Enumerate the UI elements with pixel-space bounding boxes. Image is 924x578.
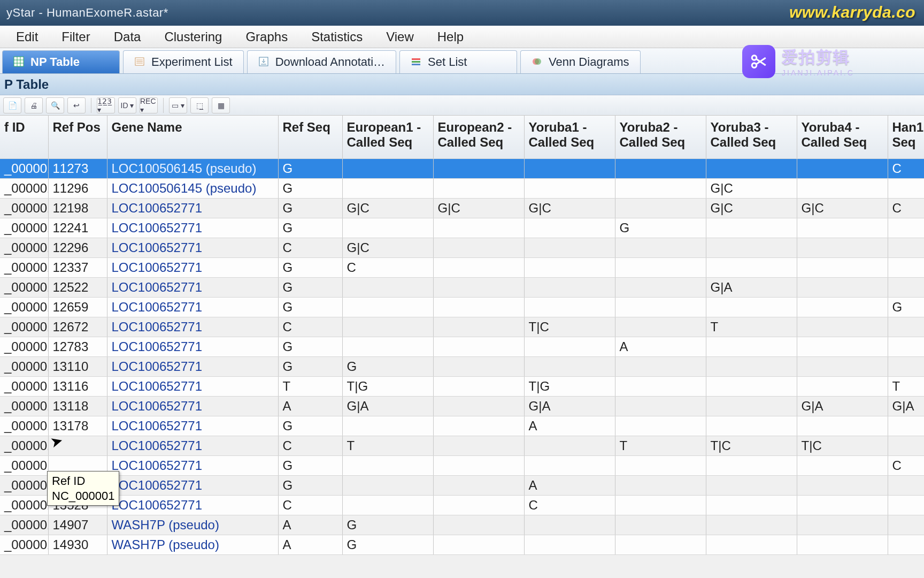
cell-e1[interactable]: T|G	[342, 376, 433, 396]
cell-e2[interactable]	[433, 257, 524, 277]
cell-refid[interactable]: _000001	[0, 218, 48, 238]
cell-y4[interactable]	[797, 158, 888, 178]
table-row[interactable]: _00000112296LOC100652771CG|C	[0, 238, 924, 257]
cell-gene[interactable]: LOC100652771	[107, 436, 278, 455]
column-header[interactable]: Yoruba2 - Called Seq	[615, 116, 706, 158]
cell-e2[interactable]	[433, 356, 524, 376]
cell-y1[interactable]	[524, 297, 615, 317]
cell-e2[interactable]	[433, 218, 524, 238]
tab-set-list[interactable]: Set List	[399, 50, 517, 73]
cell-y3[interactable]	[706, 535, 797, 554]
toolbar-button-6[interactable]: REC ▾	[140, 97, 158, 113]
cell-y2[interactable]	[615, 238, 706, 257]
cell-pos[interactable]: 12522	[48, 277, 107, 297]
cell-y1[interactable]	[524, 257, 615, 277]
cell-pos[interactable]: 11273	[48, 158, 107, 178]
cell-refid[interactable]: _000001	[0, 178, 48, 198]
cell-y1[interactable]	[524, 356, 615, 376]
tab-venn-diagrams[interactable]: Venn Diagrams	[520, 50, 640, 73]
cell-h1[interactable]	[888, 475, 924, 495]
cell-refid[interactable]: _000001	[0, 317, 48, 337]
cell-y1[interactable]	[524, 515, 615, 535]
cell-e1[interactable]	[342, 297, 433, 317]
cell-y4[interactable]: G|C	[797, 198, 888, 218]
cell-y3[interactable]: G|C	[706, 198, 797, 218]
cell-e2[interactable]	[433, 396, 524, 416]
menu-item-edit[interactable]: Edit	[4, 26, 50, 48]
cell-h1[interactable]: C	[888, 198, 924, 218]
cell-gene[interactable]: LOC100506145 (pseudo)	[107, 178, 278, 198]
menu-item-data[interactable]: Data	[102, 26, 153, 48]
cell-y2[interactable]	[615, 475, 706, 495]
cell-y1[interactable]: T|C	[524, 317, 615, 337]
cell-ref[interactable]: G	[278, 257, 342, 277]
cell-ref[interactable]: G	[278, 475, 342, 495]
cell-h1[interactable]	[888, 218, 924, 238]
cell-e2[interactable]	[433, 515, 524, 535]
cell-e2[interactable]	[433, 495, 524, 515]
cell-y1[interactable]	[524, 218, 615, 238]
column-header[interactable]: Ref Pos	[48, 116, 107, 158]
cell-y2[interactable]	[615, 416, 706, 436]
cell-y4[interactable]	[797, 238, 888, 257]
cell-gene[interactable]: LOC100652771	[107, 297, 278, 317]
cell-gene[interactable]: LOC100652771	[107, 337, 278, 356]
cell-ref[interactable]: C	[278, 436, 342, 455]
column-header[interactable]: Han1 - Called Seq	[888, 116, 924, 158]
cell-ref[interactable]: G	[278, 416, 342, 436]
cell-ref[interactable]: A	[278, 515, 342, 535]
cell-ref[interactable]: G	[278, 277, 342, 297]
cell-e1[interactable]	[342, 475, 433, 495]
cell-gene[interactable]: LOC100652771	[107, 356, 278, 376]
cell-pos[interactable]: 12241	[48, 218, 107, 238]
cell-y3[interactable]	[706, 515, 797, 535]
menu-item-help[interactable]: Help	[426, 26, 475, 48]
table-row[interactable]: _00000113178LOC100652771GA	[0, 416, 924, 436]
cell-refid[interactable]: _000001	[0, 376, 48, 396]
menu-item-clustering[interactable]: Clustering	[152, 26, 234, 48]
tab-np-table[interactable]: NP Table	[2, 50, 120, 73]
cell-e1[interactable]	[342, 178, 433, 198]
cell-h1[interactable]	[888, 178, 924, 198]
cell-y2[interactable]	[615, 455, 706, 475]
cell-y3[interactable]	[706, 416, 797, 436]
cell-h1[interactable]	[888, 495, 924, 515]
cell-e1[interactable]	[342, 455, 433, 475]
cell-y2[interactable]	[615, 515, 706, 535]
cell-y2[interactable]	[615, 376, 706, 396]
cell-y1[interactable]	[524, 238, 615, 257]
cell-h1[interactable]: G	[888, 297, 924, 317]
cell-e1[interactable]: T	[342, 436, 433, 455]
cell-y4[interactable]: G|A	[797, 396, 888, 416]
cell-y3[interactable]	[706, 218, 797, 238]
cell-y3[interactable]	[706, 158, 797, 178]
cell-gene[interactable]: LOC100652771	[107, 416, 278, 436]
cell-h1[interactable]	[888, 257, 924, 277]
cell-y1[interactable]	[524, 277, 615, 297]
cell-gene[interactable]: LOC100652771	[107, 495, 278, 515]
table-row[interactable]: _00000112241LOC100652771GG	[0, 218, 924, 238]
cell-y4[interactable]	[797, 475, 888, 495]
cell-pos[interactable]: 14930	[48, 535, 107, 554]
cell-e1[interactable]	[342, 317, 433, 337]
table-row[interactable]: _00000112783LOC100652771GA	[0, 337, 924, 356]
cell-gene[interactable]: LOC100652771	[107, 396, 278, 416]
toolbar-button-5[interactable]: ID ▾	[118, 97, 136, 113]
cell-h1[interactable]	[888, 356, 924, 376]
tab-download-annotati-[interactable]: Download Annotati…	[247, 50, 396, 73]
cell-e2[interactable]	[433, 535, 524, 554]
cell-y2[interactable]	[615, 277, 706, 297]
cell-y2[interactable]	[615, 257, 706, 277]
cell-ref[interactable]: G	[278, 218, 342, 238]
toolbar-button-3[interactable]: ↩	[67, 97, 86, 113]
cell-refid[interactable]: _000001	[0, 297, 48, 317]
cell-pos[interactable]: 13110	[48, 356, 107, 376]
cell-e2[interactable]: G|C	[433, 198, 524, 218]
table-row[interactable]: _00000114930WASH7P (pseudo)AG	[0, 535, 924, 554]
cell-y4[interactable]	[797, 337, 888, 356]
cell-gene[interactable]: LOC100652771	[107, 376, 278, 396]
cell-y4[interactable]	[797, 376, 888, 396]
cell-pos[interactable]: 12659	[48, 297, 107, 317]
cell-y1[interactable]	[524, 158, 615, 178]
cell-y4[interactable]	[797, 277, 888, 297]
